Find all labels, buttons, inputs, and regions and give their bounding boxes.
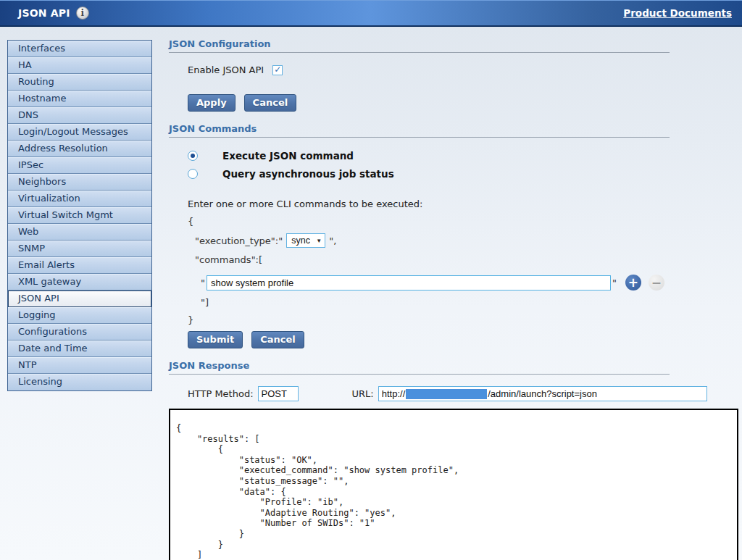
radio-execute[interactable] [188,151,198,161]
info-icon[interactable]: i [76,7,89,20]
page-title: JSON API [18,7,70,19]
json-open-brace: { [188,216,738,227]
radio-dot [191,154,195,158]
command-open-quote: " [201,277,205,288]
section-heading-response: JSON Response [169,360,670,375]
sidebar-item-date-and-time[interactable]: Date and Time [8,340,151,357]
submit-button[interactable]: Submit [188,331,243,348]
enable-json-checkbox[interactable]: ✓ [272,65,283,75]
cli-command-input[interactable] [207,275,611,291]
json-response-text: { "results": [ { "status": "OK", "execut… [170,410,737,560]
sidebar-item-configurations[interactable]: Configurations [8,324,151,340]
sidebar-item-logging[interactable]: Logging [8,307,151,324]
http-method-label: HTTP Method: [188,388,254,399]
remove-command-button[interactable]: − [649,275,664,291]
sidebar-item-virtual-switch-mgmt[interactable]: Virtual Switch Mgmt [8,207,151,224]
header-bar: JSON API i Product Documents [0,0,742,27]
execution-type-suffix: ", [329,235,336,246]
sidebar-item-neighbors[interactable]: Neighbors [8,174,151,191]
sidebar-menu: InterfacesHARoutingHostnameDNSLogin/Logo… [7,40,152,391]
sidebar-item-web[interactable]: Web [8,224,151,241]
sidebar-item-email-alerts[interactable]: Email Alerts [8,257,151,274]
http-method-input[interactable] [258,386,299,401]
command-close-quote: " [612,277,617,288]
radio-query-label: Query asynchronous job status [222,168,394,180]
url-redaction-box [406,389,487,399]
sidebar-item-json-api[interactable]: JSON API [8,291,151,307]
add-command-button[interactable]: + [625,275,641,291]
url-input[interactable]: http:// /admin/launch?script=json [378,386,707,401]
commands-array-open: "commands":[ [188,254,738,265]
execution-type-value: sync [291,235,310,246]
execution-type-select[interactable]: sync ▼ [286,233,325,248]
section-heading-configuration: JSON Configuration [169,38,670,53]
main-content: JSON Configuration Enable JSON API ✓ App… [169,38,738,560]
radio-query[interactable] [188,169,198,179]
json-close-brace: } [188,314,738,325]
commands-array-close: "] [188,297,738,308]
url-suffix: /admin/launch?script=json [488,388,597,399]
sidebar-item-interfaces[interactable]: Interfaces [8,41,151,57]
apply-button[interactable]: Apply [188,94,235,112]
sidebar-item-xml-gateway[interactable]: XML gateway [8,274,151,291]
enable-json-label: Enable JSON API [188,64,264,75]
checkmark-icon: ✓ [274,65,281,74]
chevron-down-icon: ▼ [316,238,322,244]
sidebar-item-virtualization[interactable]: Virtualization [8,191,151,207]
product-documents-link[interactable]: Product Documents [623,7,732,19]
sidebar-item-licensing[interactable]: Licensing [8,374,151,390]
sidebar-item-login-logout-messages[interactable]: Login/Logout Messages [8,124,151,141]
sidebar-item-ha[interactable]: HA [8,57,151,74]
sidebar-item-ipsec[interactable]: IPSec [8,157,151,174]
json-response-output[interactable]: { "results": [ { "status": "OK", "execut… [169,409,738,560]
commands-cancel-button[interactable]: Cancel [251,331,304,348]
sidebar-item-snmp[interactable]: SNMP [8,241,151,257]
sidebar-item-dns[interactable]: DNS [8,107,151,124]
url-label: URL: [352,388,374,399]
radio-execute-label: Execute JSON command [222,150,354,162]
section-heading-commands: JSON Commands [169,123,670,138]
sidebar-item-ntp[interactable]: NTP [8,357,151,374]
url-prefix: http:// [382,388,406,399]
sidebar-item-hostname[interactable]: Hostname [8,91,151,107]
sidebar-item-address-resolution[interactable]: Address Resolution [8,141,151,157]
sidebar-item-routing[interactable]: Routing [8,74,151,91]
execution-type-prefix: "execution_type":" [195,235,283,246]
config-cancel-button[interactable]: Cancel [244,94,297,112]
cli-instruction-text: Enter one or more CLI commands to be exe… [188,198,738,209]
